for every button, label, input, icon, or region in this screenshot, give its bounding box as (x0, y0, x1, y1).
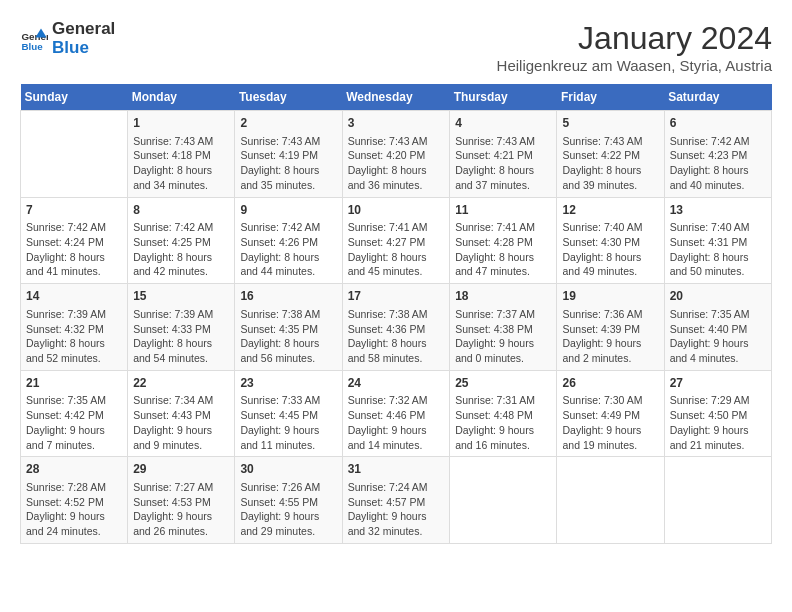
header: General Blue General Blue January 2024 H… (20, 20, 772, 74)
day-info-line: Sunrise: 7:40 AM (562, 220, 658, 235)
day-info-line: Sunset: 4:45 PM (240, 408, 336, 423)
calendar-week-row: 21Sunrise: 7:35 AMSunset: 4:42 PMDayligh… (21, 370, 772, 457)
day-info-line: Sunset: 4:23 PM (670, 148, 766, 163)
day-info-line: and 49 minutes. (562, 264, 658, 279)
day-info-line: Sunrise: 7:28 AM (26, 480, 122, 495)
calendar-header-row: SundayMondayTuesdayWednesdayThursdayFrid… (21, 84, 772, 111)
day-info-line: and 34 minutes. (133, 178, 229, 193)
day-info-line: Daylight: 8 hours (26, 336, 122, 351)
day-info-line: Sunset: 4:21 PM (455, 148, 551, 163)
day-info-line: Sunset: 4:48 PM (455, 408, 551, 423)
calendar-week-row: 28Sunrise: 7:28 AMSunset: 4:52 PMDayligh… (21, 457, 772, 544)
day-info-line: Daylight: 9 hours (240, 509, 336, 524)
calendar-cell: 16Sunrise: 7:38 AMSunset: 4:35 PMDayligh… (235, 284, 342, 371)
day-of-week-header: Sunday (21, 84, 128, 111)
day-info-line: and 56 minutes. (240, 351, 336, 366)
calendar-cell: 18Sunrise: 7:37 AMSunset: 4:38 PMDayligh… (450, 284, 557, 371)
day-info-line: Sunrise: 7:42 AM (670, 134, 766, 149)
day-info-line: and 36 minutes. (348, 178, 445, 193)
day-number: 25 (455, 375, 551, 392)
calendar-cell: 27Sunrise: 7:29 AMSunset: 4:50 PMDayligh… (664, 370, 771, 457)
logo: General Blue General Blue (20, 20, 115, 57)
day-number: 14 (26, 288, 122, 305)
day-info-line: Sunset: 4:24 PM (26, 235, 122, 250)
day-info-line: Daylight: 9 hours (455, 423, 551, 438)
calendar-cell: 19Sunrise: 7:36 AMSunset: 4:39 PMDayligh… (557, 284, 664, 371)
day-info-line: Daylight: 8 hours (348, 336, 445, 351)
day-number: 18 (455, 288, 551, 305)
day-info-line: Daylight: 9 hours (562, 423, 658, 438)
day-info-line: Daylight: 8 hours (455, 163, 551, 178)
day-info-line: Sunset: 4:26 PM (240, 235, 336, 250)
day-info-line: Sunrise: 7:42 AM (26, 220, 122, 235)
day-info-line: Sunrise: 7:43 AM (562, 134, 658, 149)
day-info-line: and 58 minutes. (348, 351, 445, 366)
day-number: 16 (240, 288, 336, 305)
day-number: 23 (240, 375, 336, 392)
day-number: 21 (26, 375, 122, 392)
day-info-line: Daylight: 9 hours (26, 423, 122, 438)
day-info-line: Sunrise: 7:39 AM (26, 307, 122, 322)
day-info-line: Sunset: 4:28 PM (455, 235, 551, 250)
day-info-line: Sunset: 4:40 PM (670, 322, 766, 337)
day-info-line: and 2 minutes. (562, 351, 658, 366)
day-info-line: Sunrise: 7:38 AM (348, 307, 445, 322)
day-info-line: Sunset: 4:49 PM (562, 408, 658, 423)
day-info-line: and 29 minutes. (240, 524, 336, 539)
calendar-cell: 10Sunrise: 7:41 AMSunset: 4:27 PMDayligh… (342, 197, 450, 284)
day-info-line: and 37 minutes. (455, 178, 551, 193)
calendar-cell: 3Sunrise: 7:43 AMSunset: 4:20 PMDaylight… (342, 111, 450, 198)
day-number: 9 (240, 202, 336, 219)
day-info-line: Sunset: 4:53 PM (133, 495, 229, 510)
calendar-cell: 26Sunrise: 7:30 AMSunset: 4:49 PMDayligh… (557, 370, 664, 457)
day-number: 22 (133, 375, 229, 392)
day-info-line: and 52 minutes. (26, 351, 122, 366)
day-info-line: and 21 minutes. (670, 438, 766, 453)
day-info-line: and 9 minutes. (133, 438, 229, 453)
day-number: 30 (240, 461, 336, 478)
day-info-line: Daylight: 9 hours (348, 509, 445, 524)
calendar-cell: 4Sunrise: 7:43 AMSunset: 4:21 PMDaylight… (450, 111, 557, 198)
day-number: 10 (348, 202, 445, 219)
day-number: 4 (455, 115, 551, 132)
day-info-line: Daylight: 9 hours (670, 423, 766, 438)
day-info-line: Sunrise: 7:24 AM (348, 480, 445, 495)
day-number: 29 (133, 461, 229, 478)
day-of-week-header: Friday (557, 84, 664, 111)
day-info-line: Sunrise: 7:31 AM (455, 393, 551, 408)
day-info-line: Sunrise: 7:26 AM (240, 480, 336, 495)
day-info-line: and 32 minutes. (348, 524, 445, 539)
day-info-line: Sunset: 4:42 PM (26, 408, 122, 423)
day-info-line: and 39 minutes. (562, 178, 658, 193)
calendar-cell (450, 457, 557, 544)
logo-icon: General Blue (20, 25, 48, 53)
day-info-line: Sunrise: 7:39 AM (133, 307, 229, 322)
day-info-line: and 45 minutes. (348, 264, 445, 279)
day-info-line: Daylight: 8 hours (133, 250, 229, 265)
day-info-line: and 54 minutes. (133, 351, 229, 366)
calendar-cell: 22Sunrise: 7:34 AMSunset: 4:43 PMDayligh… (128, 370, 235, 457)
day-info-line: Sunrise: 7:41 AM (455, 220, 551, 235)
day-info-line: Daylight: 8 hours (348, 250, 445, 265)
calendar-cell: 5Sunrise: 7:43 AMSunset: 4:22 PMDaylight… (557, 111, 664, 198)
day-info-line: Sunset: 4:25 PM (133, 235, 229, 250)
day-info-line: Daylight: 8 hours (562, 250, 658, 265)
day-info-line: and 44 minutes. (240, 264, 336, 279)
day-info-line: Sunset: 4:52 PM (26, 495, 122, 510)
calendar-cell: 9Sunrise: 7:42 AMSunset: 4:26 PMDaylight… (235, 197, 342, 284)
day-info-line: Sunrise: 7:37 AM (455, 307, 551, 322)
day-info-line: Sunrise: 7:35 AM (670, 307, 766, 322)
day-number: 20 (670, 288, 766, 305)
calendar-cell: 20Sunrise: 7:35 AMSunset: 4:40 PMDayligh… (664, 284, 771, 371)
day-info-line: and 26 minutes. (133, 524, 229, 539)
day-info-line: Sunrise: 7:41 AM (348, 220, 445, 235)
calendar-cell: 13Sunrise: 7:40 AMSunset: 4:31 PMDayligh… (664, 197, 771, 284)
day-info-line: Daylight: 8 hours (562, 163, 658, 178)
day-info-line: Sunset: 4:57 PM (348, 495, 445, 510)
day-info-line: Daylight: 9 hours (670, 336, 766, 351)
day-info-line: Sunrise: 7:29 AM (670, 393, 766, 408)
day-info-line: Daylight: 9 hours (455, 336, 551, 351)
day-number: 11 (455, 202, 551, 219)
day-of-week-header: Tuesday (235, 84, 342, 111)
day-info-line: Sunset: 4:31 PM (670, 235, 766, 250)
